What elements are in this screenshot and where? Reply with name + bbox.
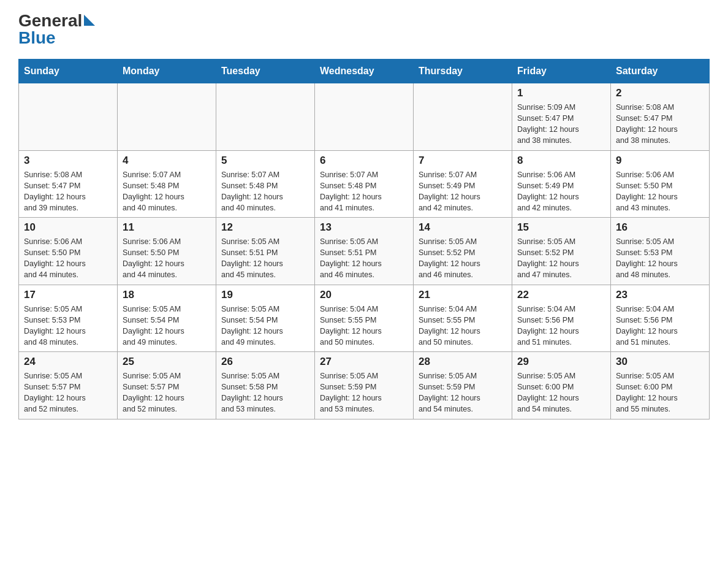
day-info: Sunrise: 5:05 AMSunset: 5:54 PMDaylight:… xyxy=(221,304,309,348)
calendar-week-row: 10Sunrise: 5:06 AMSunset: 5:50 PMDayligh… xyxy=(19,218,710,285)
logo-blue-text: Blue xyxy=(18,29,56,47)
day-info: Sunrise: 5:05 AMSunset: 5:54 PMDaylight:… xyxy=(123,304,211,348)
day-number: 28 xyxy=(419,356,507,368)
day-number: 21 xyxy=(419,289,507,301)
day-info: Sunrise: 5:05 AMSunset: 5:53 PMDaylight:… xyxy=(24,304,112,348)
day-info: Sunrise: 5:05 AMSunset: 5:51 PMDaylight:… xyxy=(221,236,309,281)
weekday-header-sunday: Sunday xyxy=(19,59,118,83)
day-number: 4 xyxy=(123,155,211,167)
calendar-cell: 26Sunrise: 5:05 AMSunset: 5:58 PMDayligh… xyxy=(216,352,315,419)
day-info: Sunrise: 5:05 AMSunset: 5:57 PMDaylight:… xyxy=(123,370,211,415)
calendar-cell: 2Sunrise: 5:08 AMSunset: 5:47 PMDaylight… xyxy=(611,83,710,151)
calendar-week-row: 1Sunrise: 5:09 AMSunset: 5:47 PMDaylight… xyxy=(19,83,710,151)
weekday-header-saturday: Saturday xyxy=(611,59,710,83)
calendar-week-row: 24Sunrise: 5:05 AMSunset: 5:57 PMDayligh… xyxy=(19,352,710,419)
day-number: 30 xyxy=(616,356,704,368)
calendar-cell: 8Sunrise: 5:06 AMSunset: 5:49 PMDaylight… xyxy=(512,150,611,218)
calendar-cell: 30Sunrise: 5:05 AMSunset: 6:00 PMDayligh… xyxy=(611,352,710,419)
calendar-cell: 15Sunrise: 5:05 AMSunset: 5:52 PMDayligh… xyxy=(512,218,611,285)
day-number: 16 xyxy=(616,221,704,234)
day-number: 12 xyxy=(221,221,309,234)
calendar-cell: 27Sunrise: 5:05 AMSunset: 5:59 PMDayligh… xyxy=(315,352,414,419)
calendar-cell xyxy=(19,83,118,151)
calendar-cell: 17Sunrise: 5:05 AMSunset: 5:53 PMDayligh… xyxy=(19,285,118,352)
day-number: 20 xyxy=(320,289,408,301)
day-number: 10 xyxy=(24,221,112,234)
calendar-cell: 23Sunrise: 5:04 AMSunset: 5:56 PMDayligh… xyxy=(611,285,710,352)
calendar-cell: 22Sunrise: 5:04 AMSunset: 5:56 PMDayligh… xyxy=(512,285,611,352)
day-info: Sunrise: 5:08 AMSunset: 5:47 PMDaylight:… xyxy=(24,169,112,214)
day-number: 5 xyxy=(221,155,309,167)
day-number: 27 xyxy=(320,356,408,368)
calendar-cell xyxy=(216,83,315,151)
calendar-cell: 21Sunrise: 5:04 AMSunset: 5:55 PMDayligh… xyxy=(414,285,512,352)
day-info: Sunrise: 5:06 AMSunset: 5:50 PMDaylight:… xyxy=(24,236,112,281)
day-number: 22 xyxy=(517,289,605,301)
day-info: Sunrise: 5:05 AMSunset: 5:59 PMDaylight:… xyxy=(320,370,408,415)
day-number: 7 xyxy=(419,155,507,167)
calendar-week-row: 17Sunrise: 5:05 AMSunset: 5:53 PMDayligh… xyxy=(19,285,710,352)
day-number: 26 xyxy=(221,356,309,368)
day-number: 25 xyxy=(123,356,211,368)
calendar-cell: 1Sunrise: 5:09 AMSunset: 5:47 PMDaylight… xyxy=(512,83,611,151)
weekday-header-tuesday: Tuesday xyxy=(216,59,315,83)
day-info: Sunrise: 5:05 AMSunset: 5:52 PMDaylight:… xyxy=(419,236,507,281)
weekday-header-thursday: Thursday xyxy=(414,59,512,83)
day-number: 6 xyxy=(320,155,408,167)
calendar-table: SundayMondayTuesdayWednesdayThursdayFrid… xyxy=(18,59,710,419)
day-number: 17 xyxy=(24,289,112,301)
calendar-cell: 14Sunrise: 5:05 AMSunset: 5:52 PMDayligh… xyxy=(414,218,512,285)
calendar-cell: 4Sunrise: 5:07 AMSunset: 5:48 PMDaylight… xyxy=(118,150,216,218)
day-info: Sunrise: 5:05 AMSunset: 5:57 PMDaylight:… xyxy=(24,370,112,415)
calendar-cell: 3Sunrise: 5:08 AMSunset: 5:47 PMDaylight… xyxy=(19,150,118,218)
calendar-cell: 20Sunrise: 5:04 AMSunset: 5:55 PMDayligh… xyxy=(315,285,414,352)
day-info: Sunrise: 5:06 AMSunset: 5:50 PMDaylight:… xyxy=(616,169,704,214)
day-number: 13 xyxy=(320,221,408,234)
weekday-header-wednesday: Wednesday xyxy=(315,59,414,83)
calendar-cell xyxy=(414,83,512,151)
day-info: Sunrise: 5:06 AMSunset: 5:49 PMDaylight:… xyxy=(517,169,605,214)
calendar-cell: 24Sunrise: 5:05 AMSunset: 5:57 PMDayligh… xyxy=(19,352,118,419)
calendar-cell: 16Sunrise: 5:05 AMSunset: 5:53 PMDayligh… xyxy=(611,218,710,285)
day-number: 23 xyxy=(616,289,704,301)
day-info: Sunrise: 5:06 AMSunset: 5:50 PMDaylight:… xyxy=(123,236,211,281)
day-number: 24 xyxy=(24,356,112,368)
day-number: 15 xyxy=(517,221,605,234)
day-info: Sunrise: 5:04 AMSunset: 5:56 PMDaylight:… xyxy=(517,304,605,348)
calendar-cell: 7Sunrise: 5:07 AMSunset: 5:49 PMDaylight… xyxy=(414,150,512,218)
day-number: 18 xyxy=(123,289,211,301)
weekday-header-row: SundayMondayTuesdayWednesdayThursdayFrid… xyxy=(19,59,710,83)
page-header: General Blue xyxy=(18,12,710,47)
day-info: Sunrise: 5:09 AMSunset: 5:47 PMDaylight:… xyxy=(517,102,605,147)
calendar-cell: 10Sunrise: 5:06 AMSunset: 5:50 PMDayligh… xyxy=(19,218,118,285)
day-info: Sunrise: 5:05 AMSunset: 5:51 PMDaylight:… xyxy=(320,236,408,281)
calendar-cell: 18Sunrise: 5:05 AMSunset: 5:54 PMDayligh… xyxy=(118,285,216,352)
calendar-cell: 13Sunrise: 5:05 AMSunset: 5:51 PMDayligh… xyxy=(315,218,414,285)
day-info: Sunrise: 5:04 AMSunset: 5:55 PMDaylight:… xyxy=(419,304,507,348)
calendar-cell: 5Sunrise: 5:07 AMSunset: 5:48 PMDaylight… xyxy=(216,150,315,218)
day-info: Sunrise: 5:07 AMSunset: 5:49 PMDaylight:… xyxy=(419,169,507,214)
calendar-cell xyxy=(118,83,216,151)
day-number: 14 xyxy=(419,221,507,234)
day-info: Sunrise: 5:05 AMSunset: 5:59 PMDaylight:… xyxy=(419,370,507,415)
day-info: Sunrise: 5:07 AMSunset: 5:48 PMDaylight:… xyxy=(221,169,309,214)
day-info: Sunrise: 5:08 AMSunset: 5:47 PMDaylight:… xyxy=(616,102,704,147)
day-number: 19 xyxy=(221,289,309,301)
day-info: Sunrise: 5:07 AMSunset: 5:48 PMDaylight:… xyxy=(123,169,211,214)
day-number: 11 xyxy=(123,221,211,234)
calendar-cell xyxy=(315,83,414,151)
logo: General Blue xyxy=(18,12,95,47)
day-info: Sunrise: 5:05 AMSunset: 5:52 PMDaylight:… xyxy=(517,236,605,281)
day-info: Sunrise: 5:04 AMSunset: 5:56 PMDaylight:… xyxy=(616,304,704,348)
day-info: Sunrise: 5:05 AMSunset: 6:00 PMDaylight:… xyxy=(517,370,605,415)
day-number: 29 xyxy=(517,356,605,368)
day-number: 1 xyxy=(517,87,605,99)
calendar-cell: 25Sunrise: 5:05 AMSunset: 5:57 PMDayligh… xyxy=(118,352,216,419)
calendar-cell: 29Sunrise: 5:05 AMSunset: 6:00 PMDayligh… xyxy=(512,352,611,419)
day-number: 8 xyxy=(517,155,605,167)
day-info: Sunrise: 5:05 AMSunset: 5:58 PMDaylight:… xyxy=(221,370,309,415)
calendar-cell: 12Sunrise: 5:05 AMSunset: 5:51 PMDayligh… xyxy=(216,218,315,285)
logo-general-text: General xyxy=(18,12,95,29)
calendar-cell: 11Sunrise: 5:06 AMSunset: 5:50 PMDayligh… xyxy=(118,218,216,285)
calendar-cell: 28Sunrise: 5:05 AMSunset: 5:59 PMDayligh… xyxy=(414,352,512,419)
